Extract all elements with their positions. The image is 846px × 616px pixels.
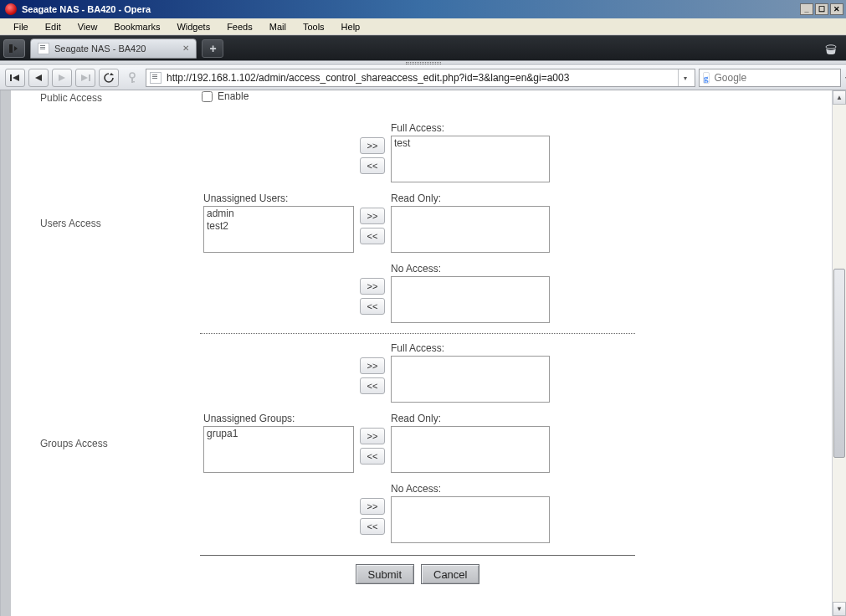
menu-feeds[interactable]: Feeds [218,19,261,34]
svg-marker-1 [14,46,18,51]
list-item[interactable]: grupa1 [207,428,351,440]
enable-checkbox[interactable] [202,91,213,102]
new-tab-button[interactable]: + [202,39,223,58]
svg-rect-0 [9,44,13,53]
menu-edit[interactable]: Edit [37,19,69,34]
window-controls: _ ☐ ✕ [800,3,843,15]
address-dropdown-button[interactable]: ▾ [678,69,691,86]
opera-icon [5,3,17,15]
scroll-down-button[interactable]: ▼ [833,602,846,616]
groups-full-access-list[interactable] [391,356,550,403]
groups-readonly-list[interactable] [391,426,550,473]
unassigned-groups-list[interactable]: grupa1 [203,426,354,473]
rewind-button[interactable] [5,69,25,87]
groups-full-add-button[interactable]: >> [360,357,385,374]
scroll-up-button[interactable]: ▲ [833,90,846,105]
svg-point-10 [130,73,135,78]
search-bar[interactable]: g ▾ [699,69,841,87]
users-readonly-list[interactable] [391,206,550,253]
svg-rect-8 [89,74,90,81]
users-noaccess-remove-button[interactable]: << [360,298,385,315]
menu-tools[interactable]: Tools [295,19,333,34]
reload-button[interactable] [99,69,119,87]
users-readonly-add-button[interactable]: >> [360,208,385,224]
maximize-button[interactable]: ☐ [815,3,828,15]
enable-label: Enable [218,90,249,102]
search-input[interactable] [715,72,840,84]
back-icon [34,74,43,82]
users-noaccess-add-button[interactable]: >> [360,278,385,295]
tab-close-button[interactable]: ✕ [181,44,191,54]
svg-marker-5 [35,74,42,81]
users-readonly-label: Read Only: [391,192,550,204]
list-item[interactable]: test [394,137,546,150]
submit-button[interactable]: Submit [356,564,414,584]
viewport: Public Access Enable [0,90,846,616]
users-full-access-label: Full Access: [391,122,550,134]
users-access-label: Users Access [11,192,203,229]
reload-icon [104,73,114,83]
close-button[interactable]: ✕ [830,3,843,15]
svg-rect-12 [131,81,135,83]
trash-icon [824,43,838,54]
groups-access-label: Groups Access [11,413,203,449]
list-item[interactable]: admin [207,208,351,220]
address-input[interactable] [167,72,673,84]
scroll-track[interactable] [833,105,846,602]
svg-point-2 [826,44,836,48]
groups-readonly-label: Read Only: [391,413,550,424]
tab-active[interactable]: Seagate NAS - BA420 ✕ [30,38,197,59]
closed-tabs-button[interactable] [821,39,841,58]
back-button[interactable] [28,69,49,87]
users-full-access-list[interactable]: test [391,136,550,182]
svg-marker-6 [59,74,65,81]
address-bar[interactable]: ▾ [146,69,695,87]
scroll-thumb[interactable] [833,269,845,458]
menu-help[interactable]: Help [333,19,369,34]
panel-toggle-button[interactable] [3,39,25,58]
menu-bar: File Edit View Bookmarks Widgets Feeds M… [0,18,846,35]
svg-marker-9 [110,73,114,75]
tab-bar: Seagate NAS - BA420 ✕ + [0,35,846,60]
form-actions: Submit Cancel [200,564,635,584]
menu-file[interactable]: File [5,19,37,34]
groups-noaccess-label: No Access: [391,483,550,495]
wand-button[interactable] [122,69,142,87]
groups-noaccess-list[interactable] [391,496,550,543]
window-title: Seagate NAS - BA420 - Opera [22,4,800,14]
groups-readonly-add-button[interactable]: >> [360,428,385,444]
svg-rect-3 [10,74,12,81]
users-readonly-remove-button[interactable]: << [360,228,385,244]
groups-readonly-remove-button[interactable]: << [360,448,385,465]
separator [200,333,635,334]
users-noaccess-label: No Access: [391,263,550,275]
vertical-scrollbar[interactable]: ▲ ▼ [832,90,846,616]
fastforward-icon [80,74,90,82]
cancel-button[interactable]: Cancel [421,564,479,584]
menu-bookmarks[interactable]: Bookmarks [105,19,168,34]
unassigned-users-label: Unassigned Users: [203,192,354,204]
public-access-label: Public Access [11,90,203,104]
users-full-add-button[interactable]: >> [360,137,385,154]
unassigned-users-list[interactable]: admin test2 [203,206,354,253]
rewind-icon [10,74,20,82]
forward-button[interactable] [52,69,72,87]
forward-icon [58,74,66,82]
groups-noaccess-remove-button[interactable]: << [360,518,385,535]
menu-mail[interactable]: Mail [261,19,295,34]
list-item[interactable]: test2 [207,220,351,233]
users-full-remove-button[interactable]: << [360,157,385,174]
users-noaccess-list[interactable] [391,276,550,323]
menu-widgets[interactable]: Widgets [168,19,218,34]
svg-marker-4 [13,74,19,81]
minimize-button[interactable]: _ [800,3,813,15]
groups-full-remove-button[interactable]: << [360,377,385,394]
key-icon [127,72,137,84]
unassigned-groups-label: Unassigned Groups: [203,413,354,424]
groups-noaccess-add-button[interactable]: >> [360,498,385,515]
google-icon: g [703,72,710,84]
svg-marker-7 [81,74,88,81]
fastforward-button[interactable] [75,69,95,87]
page-favicon-icon [38,43,49,54]
menu-view[interactable]: View [69,19,106,34]
